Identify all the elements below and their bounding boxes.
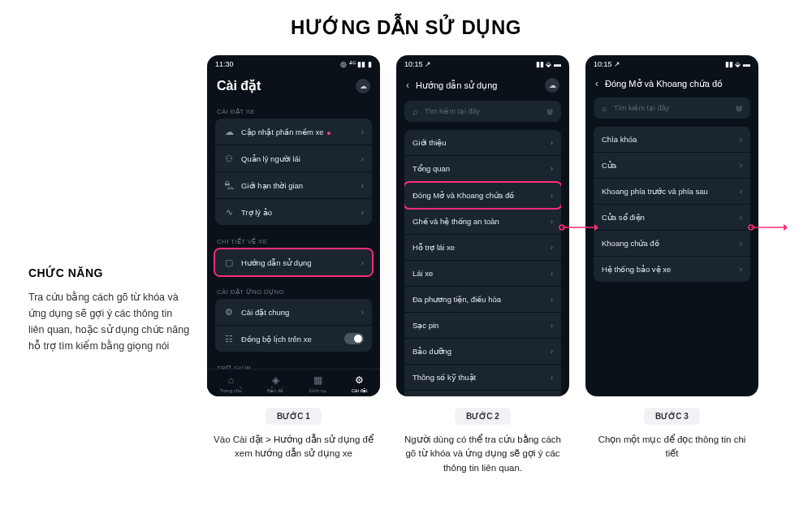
chevron-right-icon: › xyxy=(551,321,553,330)
list-card: Chìa khóa›Cửa›Khoang phía trước và phía … xyxy=(594,127,750,282)
row-label: Quản lý người lái xyxy=(241,154,300,163)
nav-map[interactable]: ◈Bản đồ xyxy=(267,374,283,393)
chevron-right-icon: › xyxy=(740,213,742,222)
main-layout: CHỨC NĂNG Tra cứu bằng cách gõ từ khóa v… xyxy=(28,55,784,475)
svg-marker-2 xyxy=(594,224,598,231)
list-item[interactable]: Đa phương tiện, điều hòa› xyxy=(404,287,561,313)
row-calendar-sync[interactable]: ☷Đồng bộ lịch trên xe xyxy=(215,326,372,352)
guide-list: Giới thiệu›Tổng quan›Đóng Mở và Khoang c… xyxy=(396,130,569,396)
highlight-box: ▢Hướng dẫn sử dụng› xyxy=(214,248,374,277)
list-item[interactable]: Sạc pin› xyxy=(404,313,561,339)
list-item[interactable]: Ghế và hệ thống an toàn› xyxy=(404,209,561,235)
people-icon: ⚇ xyxy=(223,153,235,164)
row-user-guide[interactable]: ▢Hướng dẫn sử dụng› xyxy=(215,249,372,275)
row-label: Cài đặt chung xyxy=(241,308,289,317)
row-update[interactable]: ☁Cập nhật phần mềm xe› xyxy=(215,119,372,145)
section-label: CÀI ĐẶT XE xyxy=(207,102,380,119)
chevron-right-icon: › xyxy=(740,161,742,170)
list-label: Khoang phía trước và phía sau xyxy=(602,187,708,196)
nav-services[interactable]: ▦Dịch vụ xyxy=(309,374,326,393)
row-label: Giới hạn thời gian xyxy=(241,181,303,190)
list-item[interactable]: Đóng Mở và Khoang chứa đồ› xyxy=(404,181,561,210)
list-item[interactable]: Cửa sổ điện› xyxy=(594,205,750,231)
row-time-limit[interactable]: ⛍Giới hạn thời gian› xyxy=(215,172,372,199)
row-label: Hướng dẫn sử dụng xyxy=(241,258,312,267)
status-icons: ◎ ⁴ᴳ ▮▮ ▮ xyxy=(340,60,372,68)
chevron-right-icon: › xyxy=(551,373,553,382)
bottom-nav: ⌂Trang chủ ◈Bản đồ ▦Dịch vụ ⚙Cài đặt xyxy=(207,369,380,396)
nav-label: Trang chủ xyxy=(220,387,242,393)
chevron-right-icon: › xyxy=(551,243,553,252)
chevron-right-icon: › xyxy=(551,269,553,278)
chevron-right-icon: › xyxy=(551,217,553,226)
function-title: CHỨC NĂNG xyxy=(28,266,191,279)
list-label: Lái xe xyxy=(412,269,433,278)
list-item[interactable]: Lái xe› xyxy=(404,261,561,287)
row-driver[interactable]: ⚇Quản lý người lái› xyxy=(215,145,372,172)
list-item[interactable]: Hỗ trợ lái xe› xyxy=(404,235,561,261)
list-label: Bảo dưỡng xyxy=(412,347,451,356)
phone-header: Cài đặt ☁ xyxy=(207,73,380,102)
arrow-icon xyxy=(748,222,787,233)
book-icon: ▢ xyxy=(223,257,235,268)
nav-home[interactable]: ⌂Trang chủ xyxy=(220,374,242,393)
avatar-icon[interactable]: ☁ xyxy=(356,79,370,93)
back-icon[interactable]: ‹ xyxy=(406,80,409,91)
wave-icon: ∿ xyxy=(223,206,235,218)
phone-3-column: 10:15 ↗ ▮▮ ⬙ ▬ ‹ Đóng Mở và Khoang chứa … xyxy=(585,55,758,461)
grid-icon: ▦ xyxy=(313,374,322,386)
status-time: 10:15 ↗ xyxy=(404,60,431,68)
list-item[interactable]: Hệ thống bảo vệ xe› xyxy=(594,257,750,282)
list-label: Đa phương tiện, điều hòa xyxy=(412,295,501,304)
search-icon: ⌕ xyxy=(412,106,418,116)
settings-card-1: ☁Cập nhật phần mềm xe› ⚇Quản lý người lá… xyxy=(215,119,372,225)
search-box[interactable]: ⌕ Tìm kiếm tại đây ⋓ xyxy=(594,97,750,119)
search-icon: ⌕ xyxy=(602,103,607,113)
function-panel: CHỨC NĂNG Tra cứu bằng cách gõ từ khóa v… xyxy=(28,266,191,354)
mic-icon[interactable]: ⋓ xyxy=(736,104,742,113)
list-label: Tổng quan xyxy=(412,164,450,173)
list-card: Giới thiệu›Tổng quan›Đóng Mở và Khoang c… xyxy=(404,130,561,396)
phone-subheader: ‹ Hướng dẫn sử dụng ☁ xyxy=(396,73,569,101)
list-label: Khoang chứa đồ xyxy=(602,239,659,248)
toggle-switch[interactable] xyxy=(344,333,364,344)
status-icons: ▮▮ ⬙ ▬ xyxy=(536,60,561,68)
row-label: Trợ lý ảo xyxy=(241,208,272,217)
screen-title: Hướng dẫn sử dụng xyxy=(416,80,497,91)
list-item[interactable]: Cửa› xyxy=(594,153,750,179)
search-placeholder: Tìm kiếm tại đây xyxy=(425,107,540,115)
list-label: Giới thiệu xyxy=(412,138,447,147)
list-item[interactable]: Tổng quan› xyxy=(404,156,561,182)
row-general[interactable]: ⚙Cài đặt chung› xyxy=(215,299,372,326)
row-assistant[interactable]: ∿Trợ lý ảo› xyxy=(215,199,372,225)
back-icon[interactable]: ‹ xyxy=(595,78,598,89)
nav-label: Bản đồ xyxy=(267,387,283,393)
phone-1-column: 11:30 ◎ ⁴ᴳ ▮▮ ▮ Cài đặt ☁ CÀI ĐẶT XE ☁Cậ… xyxy=(207,55,380,461)
status-time: 11:30 xyxy=(215,60,234,68)
chevron-right-icon: › xyxy=(361,128,364,136)
settings-title: Cài đặt xyxy=(217,78,261,93)
avatar-icon[interactable]: ☁ xyxy=(545,78,559,93)
notification-dot-icon xyxy=(327,132,330,135)
status-icons: ▮▮ ⬙ ▬ xyxy=(725,60,750,68)
chevron-right-icon: › xyxy=(361,258,364,267)
chevron-right-icon: › xyxy=(740,239,742,248)
nav-label: Dịch vụ xyxy=(309,387,326,393)
search-box[interactable]: ⌕ Tìm kiếm tại đây ⋓ xyxy=(404,101,561,122)
list-item[interactable]: Khoang chứa đồ› xyxy=(594,231,750,257)
chevron-right-icon: › xyxy=(551,347,553,356)
mic-icon[interactable]: ⋓ xyxy=(546,107,553,116)
nav-settings[interactable]: ⚙Cài đặt xyxy=(352,374,368,393)
list-item[interactable]: Chìa khóa› xyxy=(594,127,750,153)
list-item[interactable]: Giới thiệu› xyxy=(404,130,561,156)
list-label: Hệ thống bảo vệ xe xyxy=(602,265,671,274)
list-item[interactable]: Thông số kỹ thuật› xyxy=(404,365,561,391)
home-icon: ⌂ xyxy=(228,374,234,386)
list-item[interactable]: Hỗ trợ về xe› xyxy=(404,391,561,396)
phone-2: 10:15 ↗ ▮▮ ⬙ ▬ ‹ Hướng dẫn sử dụng ☁ ⌕ T… xyxy=(396,55,569,396)
list-label: Chìa khóa xyxy=(602,135,637,144)
list-item[interactable]: Khoang phía trước và phía sau› xyxy=(594,179,750,205)
phones-row: 11:30 ◎ ⁴ᴳ ▮▮ ▮ Cài đặt ☁ CÀI ĐẶT XE ☁Cậ… xyxy=(207,55,784,475)
list-item[interactable]: Bảo dưỡng› xyxy=(404,339,561,365)
chevron-right-icon: › xyxy=(740,187,742,196)
